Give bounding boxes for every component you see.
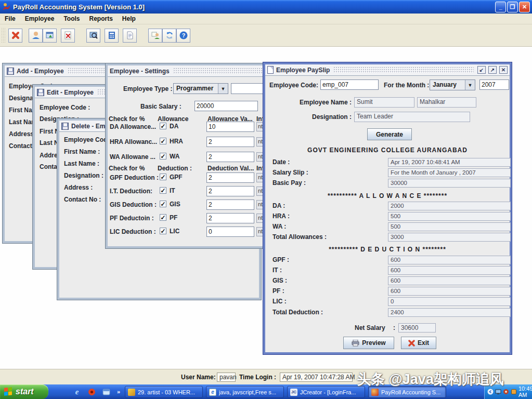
lic-deduction-label: LIC Deduction : (110, 228, 156, 235)
minimize-button[interactable]: _ (495, 2, 506, 12)
help-icon: ? (179, 31, 188, 40)
help-button[interactable]: ? (176, 29, 190, 43)
basic-salary-label: Basic Salary : (140, 103, 181, 110)
titlebar-bumps (333, 66, 474, 73)
menu-tools[interactable]: Tools (59, 15, 84, 22)
year-input[interactable] (479, 79, 509, 90)
restore-button[interactable]: ❐ (507, 2, 518, 12)
menu-help[interactable]: Help (118, 15, 140, 22)
antivirus-icon[interactable] (511, 389, 517, 395)
collapse-chevron-icon[interactable] (487, 389, 494, 395)
refresh-button[interactable] (162, 29, 176, 43)
menu-reports[interactable]: Reports (84, 15, 117, 22)
pf-checkbox[interactable]: ✓ (160, 214, 166, 221)
open-window-button[interactable] (43, 29, 57, 43)
menu-employee[interactable]: Employee (20, 15, 59, 22)
basic-salary-input[interactable] (194, 101, 258, 111)
delete-designation-label: Designation : (64, 172, 103, 179)
display-icon[interactable] (495, 389, 501, 395)
task-artist[interactable]: 29. artist - 03 WHER... (125, 386, 203, 398)
internet-explorer-icon[interactable]: e (72, 387, 82, 397)
window-titlebar[interactable]: PayRoll Accounting System [Version 1.0] … (0, 0, 532, 14)
start-button-label: start (16, 387, 34, 396)
gis-value-input[interactable] (206, 200, 254, 210)
settings-title: Employee - Settings (110, 68, 170, 75)
delete-x-icon (63, 31, 73, 40)
salary-slip-row: Salary Slip : For the Month of January ,… (265, 168, 510, 178)
it-value-input[interactable] (206, 186, 254, 196)
employee-type-label: Employee Type : (123, 85, 172, 92)
exit-icon (11, 31, 20, 40)
lic-value-input[interactable] (206, 227, 254, 237)
task-icon: e (209, 389, 216, 396)
task-jcreator-label: JCreator - [LoginFra... (300, 389, 356, 395)
wa-checkbox[interactable]: ✓ (160, 153, 166, 159)
frame-maximize-button[interactable]: ↗ (488, 66, 497, 74)
employee-type-combobox[interactable]: Programmer ▼ (173, 83, 228, 94)
delete-record-button[interactable] (61, 29, 75, 43)
report-button[interactable] (123, 29, 137, 43)
task-jcreator[interactable]: JC JCreator - [LoginFra... (287, 386, 365, 398)
lic-checkbox[interactable]: ✓ (160, 228, 166, 234)
frame-minimize-button[interactable]: ↙ (477, 66, 486, 74)
user-name-label: User Name: (181, 374, 216, 381)
lic-checkbox-label: LIC (170, 228, 179, 235)
gis-checkbox[interactable]: ✓ (160, 201, 166, 207)
task-java-label: java, javscript,Free s... (219, 389, 276, 395)
hra-value-input[interactable] (206, 137, 254, 147)
date-label: Date : (273, 158, 290, 166)
wa-value-input[interactable] (206, 152, 254, 162)
volume-icon[interactable] (503, 389, 509, 395)
close-button[interactable]: ✕ (519, 2, 530, 12)
floppy-icon (7, 68, 14, 75)
chevron-down-icon[interactable]: ▼ (465, 80, 475, 90)
designation-field: Team Leader (354, 112, 470, 122)
gpf-row: GPF : 600 (265, 256, 510, 265)
lic-label: LIC : (273, 298, 287, 305)
frame-close-button[interactable]: ✕ (499, 66, 508, 74)
calculator-button[interactable] (105, 29, 119, 43)
toolbar-grip[interactable] (1, 28, 6, 43)
employee-query-button[interactable] (148, 29, 162, 43)
exit-button-label: Exit (418, 339, 429, 347)
hra-checkbox[interactable]: ✓ (160, 138, 166, 144)
payslip-employee-code-input[interactable] (320, 79, 379, 90)
allowance-section-header: ********** A L L O W A N C E ******** (265, 192, 510, 200)
it-checkbox[interactable]: ✓ (160, 187, 166, 194)
da-value-input[interactable] (206, 122, 254, 132)
gis-field: 600 (388, 276, 511, 285)
window-arrow-icon (45, 31, 55, 40)
da-field: 2000 (388, 202, 511, 210)
hra-row: HRA : 500 (265, 212, 510, 221)
exit-button[interactable] (8, 29, 22, 43)
gpf-checkbox-label: GPF (170, 174, 183, 181)
exit-x-icon (408, 340, 415, 347)
toolbar: ? (0, 24, 532, 47)
menu-file[interactable]: File (0, 15, 20, 22)
chevron-down-icon[interactable]: ▼ (218, 84, 228, 94)
gpf-field: 600 (388, 256, 511, 264)
preview-button[interactable]: Preview (343, 337, 394, 349)
find-button[interactable] (86, 29, 100, 43)
start-button[interactable]: start (0, 384, 48, 399)
deduction-header: Deduction : (158, 165, 192, 172)
delete-address-label: Address : (64, 184, 93, 191)
add-employee-title: Add - Employee (17, 68, 64, 75)
explorer-icon[interactable] (101, 387, 111, 397)
overflow-chevron-icon[interactable]: » (113, 387, 124, 397)
da-checkbox[interactable]: ✓ (160, 123, 166, 129)
payslip-titlebar[interactable]: Employee PaySlip ↙ ↗ ✕ (265, 64, 510, 76)
task-java-page[interactable]: e java, javscript,Free s... (206, 386, 284, 398)
hra-field: 500 (388, 212, 511, 221)
month-combobox[interactable]: January ▼ (430, 79, 475, 90)
gpf-checkbox[interactable]: ✓ (160, 174, 166, 180)
gis-label: GIS : (273, 277, 287, 284)
gpf-value-input[interactable] (206, 172, 254, 183)
add-employee-button[interactable] (29, 29, 43, 43)
pf-value-input[interactable] (206, 213, 254, 223)
exit-payslip-button[interactable]: Exit (401, 337, 436, 349)
lic-row: LIC : 0 (265, 297, 510, 307)
check-for-header2: Check for % (109, 165, 145, 172)
media-player-icon[interactable] (86, 387, 97, 397)
generate-button[interactable]: Generate (367, 128, 412, 140)
